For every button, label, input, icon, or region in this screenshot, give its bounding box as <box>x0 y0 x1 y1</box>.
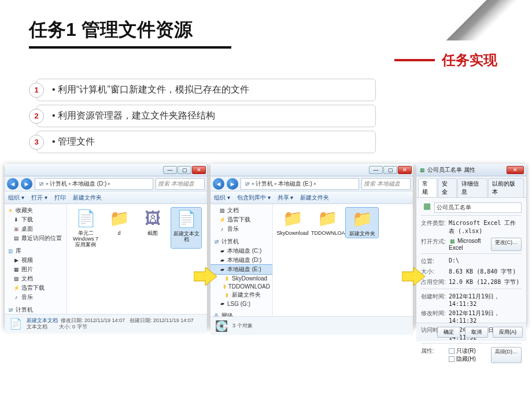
file-item[interactable]: 📁 TDDOWNLOAD <box>311 208 343 238</box>
search-input[interactable]: 搜索 本地磁盘 <box>361 178 411 190</box>
sidebar-item[interactable]: ▦图片 <box>5 265 66 274</box>
computer-icon: 🖳 <box>38 180 45 187</box>
thunder-icon: ⚡ <box>13 285 20 291</box>
organize-menu[interactable]: 组织 ▾ <box>8 194 24 202</box>
file-item[interactable]: 🖼 截图 <box>138 208 168 248</box>
filename-input[interactable]: 公司员工名单 <box>434 202 522 213</box>
computer-group[interactable]: 🖳计算机 <box>210 237 272 246</box>
new-folder-button[interactable]: 新建文件夹 <box>300 194 329 202</box>
word-icon: 📄 <box>75 208 97 230</box>
cancel-button[interactable]: 取消 <box>465 327 488 338</box>
tab-general[interactable]: 常规 <box>418 178 437 197</box>
explorer-window-e: — ▢ ✕ ◄ ► 🖳 ▸ 计算机 ▸ 本地磁盘 (E:) ▸ 搜索 本地磁盘 … <box>210 164 413 328</box>
include-library-menu[interactable]: 包含到库中 ▾ <box>237 194 271 202</box>
file-item[interactable]: 📁 d <box>104 208 134 248</box>
breadcrumb[interactable]: 🖳 ▸ 计算机 ▸ 本地磁盘 (D:) ▸ <box>35 178 153 190</box>
sidebar-item[interactable]: ▧文档 <box>5 274 66 283</box>
open-menu[interactable]: 打开 ▾ <box>31 194 47 202</box>
thunder-icon: ⚡ <box>219 216 226 223</box>
close-button[interactable]: ✕ <box>398 166 412 174</box>
print-button[interactable]: 打印 <box>54 194 66 202</box>
sidebar-item[interactable]: ▮SkyDownload <box>210 274 272 282</box>
organize-menu[interactable]: 组织 ▾ <box>214 194 230 202</box>
sidebar-item[interactable]: ⚡迅雷下载 <box>5 283 66 293</box>
explorer-window-d: — ▢ ✕ ◄ ► 🖳 ▸ 计算机 ▸ 本地磁盘 (D:) ▸ 搜索 本地磁盘 … <box>5 164 207 328</box>
network-group[interactable]: 🖧网络 <box>210 311 272 316</box>
computer-group[interactable]: 🖳计算机 <box>5 305 66 314</box>
sidebar-item[interactable]: ▶视频 <box>5 256 66 265</box>
tab-previous[interactable]: 以前的版本 <box>488 178 524 197</box>
file-item-selected[interactable]: 📄 新建文本文档 <box>171 208 201 248</box>
change-button[interactable]: 更改(C)… <box>491 238 522 251</box>
disk-icon: ▰ <box>219 266 226 273</box>
music-icon: ♪ <box>13 294 20 301</box>
sidebar-item[interactable]: ▣桌面 <box>5 224 66 234</box>
tab-security[interactable]: 安全 <box>438 178 457 197</box>
folder-icon: 📁 <box>108 208 130 230</box>
sidebar-item[interactable]: ♪音乐 <box>5 293 66 302</box>
advanced-button[interactable]: 高级(D)… <box>491 347 522 363</box>
arrow-icon <box>194 266 217 287</box>
file-pane[interactable]: 📁 SkyDownload 📁 TDDOWNLOAD 📁 新建文件夹 <box>273 204 413 316</box>
sidebar-item[interactable]: ♪音乐 <box>210 224 272 234</box>
svg-marker-0 <box>194 267 217 286</box>
maximize-button[interactable]: ▢ <box>178 166 191 174</box>
forward-button[interactable]: ► <box>21 178 32 190</box>
sidebar-item-selected[interactable]: ▰本地磁盘 (E:) <box>210 265 272 274</box>
sidebar-item[interactable]: ▰本地磁盘 (D:) <box>210 256 272 265</box>
back-button[interactable]: ◄ <box>7 178 19 190</box>
hidden-checkbox[interactable]: 隐藏(H) <box>449 355 476 363</box>
minimize-button[interactable]: — <box>163 166 177 174</box>
desktop-icon: ▣ <box>13 226 20 232</box>
new-folder-button[interactable]: 新建文件夹 <box>73 194 102 202</box>
ok-button[interactable]: 确定 <box>437 327 460 338</box>
file-item-selected[interactable]: 📁 新建文件夹 <box>346 208 378 238</box>
sidebar-item[interactable]: ▰本地磁盘 (C:) <box>210 246 272 256</box>
back-button[interactable]: ◄ <box>213 178 224 190</box>
excel-icon: ▦ <box>449 238 456 245</box>
slide-subtitle: 任务实现 <box>442 51 497 69</box>
file-item[interactable]: 📄 单元二 Windows 7应用案例 <box>71 208 101 248</box>
star-icon: ★ <box>7 207 14 214</box>
task-number: 1 <box>29 83 44 98</box>
network-icon: 🖧 <box>213 312 220 316</box>
toolbar: 组织 ▾ 打开 ▾ 打印 新建文件夹 <box>5 191 207 204</box>
readonly-checkbox[interactable]: 只读(R) <box>449 347 476 355</box>
library-icon: ▥ <box>7 247 14 254</box>
document-icon: ▧ <box>219 207 226 214</box>
search-input[interactable]: 搜索 本地磁盘 <box>156 178 205 190</box>
sidebar-item[interactable]: ▰LSG (G:) <box>210 300 272 308</box>
sidebar-item[interactable]: ▤最近访问的位置 <box>5 234 66 243</box>
close-button[interactable]: ✕ <box>507 166 524 174</box>
folder-icon: ▮ <box>223 275 230 282</box>
folder-icon: 📁 <box>282 208 304 230</box>
status-bar: 💽 3 个对象 <box>210 316 413 335</box>
share-menu[interactable]: 共享 ▾ <box>278 194 294 202</box>
dialog-body: ▦ 公司员工名单 文件类型:Microsoft Excel 工作表 (.xlsx… <box>416 198 526 323</box>
window-titlebar: — ▢ ✕ <box>210 164 413 176</box>
sidebar-item[interactable]: ▮TDDOWNLOAD <box>210 282 272 290</box>
file-item[interactable]: 📁 SkyDownload <box>276 208 309 238</box>
excel-icon: ▦ <box>419 167 426 173</box>
minimize-button[interactable]: — <box>369 166 383 174</box>
maximize-button[interactable]: ▢ <box>383 166 397 174</box>
folder-icon: 📁 <box>316 208 338 230</box>
breadcrumb[interactable]: 🖳 ▸ 计算机 ▸ 本地磁盘 (E:) ▸ <box>241 178 359 190</box>
address-bar: ◄ ► 🖳 ▸ 计算机 ▸ 本地磁盘 (E:) ▸ 搜索 本地磁盘 <box>210 176 413 191</box>
file-pane[interactable]: 📄 单元二 Windows 7应用案例 📁 d 🖼 截图 📄 新建文本文档 <box>67 204 207 314</box>
close-button[interactable]: ✕ <box>192 166 206 174</box>
title-underline <box>29 46 231 49</box>
sidebar-item[interactable]: ▮新建文件夹 <box>210 290 272 300</box>
document-icon: ▧ <box>13 275 20 282</box>
properties-dialog: ▦ 公司员工名单 属性 ✕ 常规 安全 详细信息 以前的版本 ▦ 公司员工名单 … <box>416 164 526 326</box>
computer-icon: 🖳 <box>7 306 14 313</box>
apply-button[interactable]: 应用(A) <box>493 327 523 338</box>
sidebar-item[interactable]: ⚡迅雷下载 <box>210 215 272 224</box>
forward-button[interactable]: ► <box>227 178 238 190</box>
tab-details[interactable]: 详细信息 <box>457 178 487 197</box>
favorites-group[interactable]: ★收藏夹 <box>5 206 66 215</box>
toolbar: 组织 ▾ 包含到库中 ▾ 共享 ▾ 新建文件夹 <box>210 191 413 204</box>
sidebar-item[interactable]: ▧文档 <box>210 206 272 215</box>
sidebar-item[interactable]: ⬇下载 <box>5 215 66 224</box>
libraries-group[interactable]: ▥库 <box>5 246 66 256</box>
